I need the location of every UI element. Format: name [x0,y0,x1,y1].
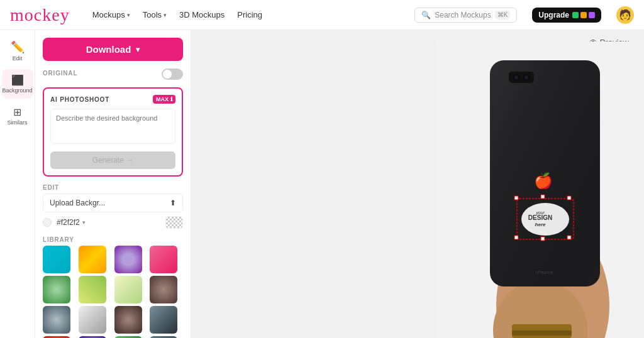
library-item[interactable] [150,246,177,273]
dot-yellow [580,12,587,18]
svg-rect-16 [514,236,518,239]
side-panel: Download ▾ ORIGINAL AI PHOTOSHOOT MAX ℹ … [35,30,191,338]
brand-logo[interactable]: mockey [10,5,70,25]
svg-text:DESIGN: DESIGN [528,214,552,221]
svg-text:iPhone: iPhone [536,270,553,275]
original-toggle[interactable] [162,68,183,80]
sidebar-item-edit[interactable]: ✏️ Edit [2,35,33,67]
canvas-area: 👁 Preview [191,30,644,338]
dot-green [572,12,579,18]
upload-icon: ⬆ [170,199,176,207]
ai-photoshoot-box: AI PHOTOSHOOT MAX ℹ Generate → [43,87,183,177]
ai-box-header: AI PHOTOSHOOT MAX ℹ [50,95,175,104]
svg-rect-14 [514,196,518,200]
generate-button[interactable]: Generate → [50,151,175,169]
similars-icon: ⊞ [13,106,21,118]
library-item[interactable] [114,246,142,273]
library-item[interactable] [150,276,177,303]
color-value-display[interactable]: #f2f2f2 ▾ [57,218,86,227]
svg-point-9 [514,75,518,79]
background-icon: ⬛ [11,74,24,86]
chevron-down-icon: ▾ [164,12,167,18]
library-item[interactable] [79,306,106,334]
library-item[interactable] [114,306,142,334]
max-badge: MAX ℹ [153,95,175,104]
upload-background-button[interactable]: Upload Backgr... ⬆ [43,194,183,212]
chevron-down-icon: ▾ [82,219,86,226]
svg-point-11 [525,75,528,79]
sidebar-item-background[interactable]: ⬛ Background [2,69,33,99]
original-toggle-row: ORIGINAL [43,68,183,80]
nav-pricing[interactable]: Pricing [237,10,262,19]
download-button[interactable]: Download ▾ [43,38,183,61]
ai-description-input[interactable] [50,109,175,144]
sidebar-item-similars[interactable]: ⊞ Similars [2,101,33,131]
nav-3d-mockups[interactable]: 3D Mockups [179,10,225,19]
svg-rect-4 [512,330,572,335]
library-item[interactable] [43,306,70,334]
color-swatch[interactable] [43,218,52,227]
library-item[interactable] [79,276,106,303]
library-item[interactable] [79,246,106,273]
edit-icon: ✏️ [11,40,25,54]
color-row: #f2f2f2 ▾ [43,216,183,229]
transparency-checker[interactable] [165,216,183,229]
edit-section: EDIT Upload Backgr... ⬆ #f2f2f2 ▾ [43,184,183,229]
library-item[interactable] [150,306,177,334]
nav-mockups[interactable]: Mockups ▾ [92,10,130,19]
top-navigation: mockey Mockups ▾ Tools ▾ 3D Mockups Pric… [0,0,644,30]
nav-menu: Mockups ▾ Tools ▾ 3D Mockups Pricing [92,10,262,19]
svg-rect-15 [567,196,571,200]
main-layout: ✏️ Edit ⬛ Background ⊞ Similars Download… [0,30,644,338]
svg-rect-19 [541,237,545,241]
dot-purple [589,12,595,18]
nav-tools[interactable]: Tools ▾ [143,10,167,19]
svg-text:🍎: 🍎 [534,172,553,190]
search-shortcut: ⌘K [495,11,511,19]
avatar[interactable]: 🧑 [616,6,634,24]
icon-sidebar: ✏️ Edit ⬛ Background ⊞ Similars [0,30,35,338]
svg-rect-17 [567,236,571,239]
upgrade-dots [572,12,595,18]
library-item[interactable] [43,276,70,303]
library-grid [43,246,183,338]
svg-text:here: here [535,222,546,227]
search-bar[interactable]: 🔍 Search Mockups ⌘K [414,8,517,23]
info-icon: ℹ [170,96,172,102]
svg-rect-18 [541,195,545,199]
search-icon: 🔍 [421,11,431,19]
library-item[interactable] [114,276,142,303]
svg-rect-7 [509,72,534,83]
library-section: LIBRARY [43,236,183,338]
chevron-down-icon: ▾ [136,45,140,54]
search-placeholder: Search Mockups [435,11,491,19]
phone-canvas: 🍎 your DESIGN here iPhone [436,41,644,338]
chevron-down-icon: ▾ [127,12,130,18]
upgrade-button[interactable]: Upgrade [532,8,601,23]
library-item[interactable] [43,246,70,273]
